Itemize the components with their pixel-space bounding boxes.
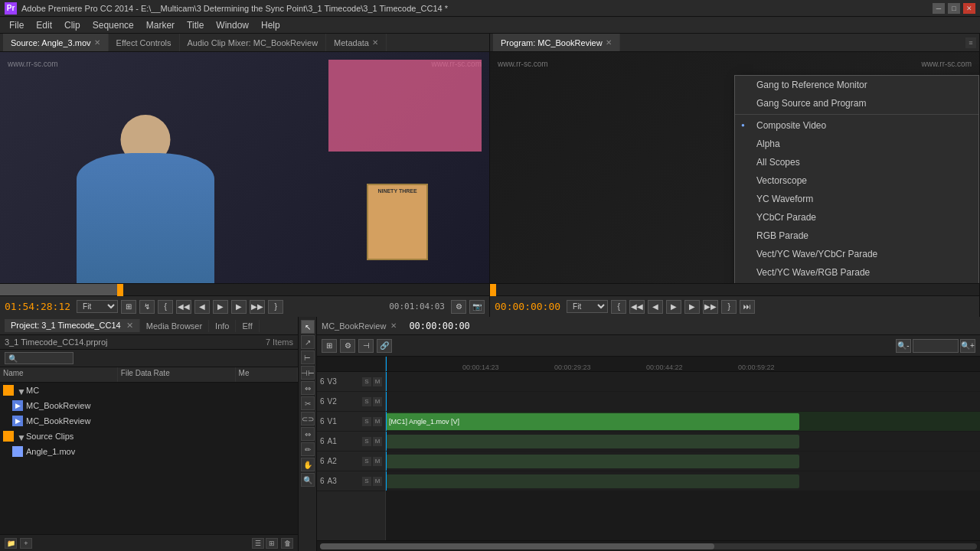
menu-edit[interactable]: Edit (30, 18, 58, 32)
ctx-vectorscope[interactable]: Vectorscope (735, 171, 978, 190)
source-fit-select[interactable]: Fit 25% 50% 100% (77, 300, 118, 313)
timeline-tab[interactable]: MC_BookReview (322, 321, 386, 331)
program-step-fwd[interactable]: ▶▶ (703, 300, 718, 314)
list-view-btn[interactable]: ☰ (252, 538, 264, 549)
maximize-button[interactable]: □ (948, 3, 960, 14)
close-source-tab[interactable]: ✕ (94, 38, 100, 47)
close-program-tab[interactable]: ✕ (606, 38, 612, 47)
source-overwrite-btn[interactable]: ⊞ (121, 300, 136, 314)
menu-clip[interactable]: Clip (58, 18, 87, 32)
tool-pen[interactable]: ✏ (301, 442, 315, 456)
program-step-back[interactable]: ◀◀ (629, 300, 645, 314)
tab-project[interactable]: Project: 3_1 Timecode_CC14 ✕ (5, 319, 140, 332)
tab-metadata[interactable]: Metadata ✕ (326, 34, 387, 51)
menu-title[interactable]: Title (181, 18, 210, 32)
program-mark-out[interactable]: } (721, 300, 737, 314)
minimize-button[interactable]: ─ (933, 3, 945, 14)
v1-sync-btn[interactable]: S (362, 417, 371, 426)
h-scrollbar-track[interactable] (320, 543, 977, 549)
expand-icon[interactable]: ▼ (17, 386, 24, 394)
tl-zoom-out[interactable]: 🔍- (896, 339, 911, 353)
source-play[interactable]: ▶ (213, 300, 228, 314)
ctx-vect-ycbcr[interactable]: Vect/YC Wave/YCbCr Parade (735, 245, 978, 263)
menu-file[interactable]: File (3, 18, 30, 32)
close-button[interactable]: ✕ (963, 3, 975, 14)
a3-sync-btn[interactable]: S (362, 477, 371, 486)
tool-selection[interactable]: ↖ (301, 320, 315, 334)
list-item[interactable]: Angle_1.mov (0, 444, 298, 459)
ctx-gang-reference[interactable]: Gang to Reference Monitor (735, 76, 978, 94)
tl-settings-btn[interactable]: ⚙ (340, 339, 355, 353)
close-project-tab[interactable]: ✕ (126, 321, 133, 330)
a2-sync-btn[interactable]: S (362, 457, 371, 466)
ctx-composite-video[interactable]: Composite Video (735, 116, 978, 135)
ctx-vect-rgb[interactable]: Vect/YC Wave/RGB Parade (735, 263, 978, 282)
tab-media-browser[interactable]: Media Browser (140, 320, 209, 332)
expand-source-icon[interactable]: ▼ (17, 432, 24, 440)
source-next-frame[interactable]: ▶ (231, 300, 247, 314)
list-item[interactable]: ▶ MC_BookReview (0, 398, 298, 413)
source-settings[interactable]: ⚙ (451, 300, 466, 314)
project-search-input[interactable] (5, 352, 74, 364)
a2-mute-btn[interactable]: M (373, 457, 382, 466)
menu-marker[interactable]: Marker (140, 18, 181, 32)
program-mark-in[interactable]: { (611, 300, 626, 314)
tab-program[interactable]: Program: MC_BookReview ✕ (493, 34, 620, 51)
v1-mute-btn[interactable]: M (373, 417, 382, 426)
audio-clip-a3[interactable] (386, 474, 799, 488)
program-prev-frame[interactable]: ◀ (648, 300, 663, 314)
ctx-yc-waveform[interactable]: YC Waveform (735, 190, 978, 208)
a1-mute-btn[interactable]: M (373, 437, 382, 446)
tab-source-angle[interactable]: Source: Angle_3.mov ✕ (3, 34, 109, 51)
audio-clip-a2[interactable] (386, 455, 799, 468)
program-scrubber-handle[interactable] (490, 284, 496, 296)
new-item-btn[interactable]: + (20, 538, 32, 549)
icon-view-btn[interactable]: ⊞ (266, 538, 278, 549)
tool-rolling-edit[interactable]: ⊣⊢ (301, 366, 315, 380)
v3-mute-btn[interactable]: M (373, 377, 382, 386)
tool-slide[interactable]: ⇔ (301, 427, 315, 441)
clip-angle1[interactable]: [MC1] Angle_1.mov [V] (386, 413, 799, 430)
menu-help[interactable]: Help (255, 18, 286, 32)
ctx-multi-camera[interactable]: Multi-Camera (735, 282, 978, 283)
list-item[interactable]: ▶ MC_BookReview (0, 413, 298, 429)
close-timeline-tab[interactable]: ✕ (390, 321, 397, 330)
tab-effect-controls[interactable]: Effect Controls (109, 34, 180, 51)
tool-razor[interactable]: ✂ (301, 396, 315, 410)
program-scrubber[interactable] (490, 283, 979, 295)
list-item[interactable]: ▼ Source Clips (0, 429, 298, 444)
panel-menu-btn[interactable]: ≡ (965, 37, 976, 48)
v2-sync-btn[interactable]: S (362, 397, 371, 406)
source-prev-frame[interactable]: ◀ (194, 300, 210, 314)
audio-clip-a1[interactable] (386, 435, 799, 448)
tab-audio-mixer[interactable]: Audio Clip Mixer: MC_BookReview (180, 34, 327, 51)
new-bin-btn[interactable]: 📁 (5, 538, 17, 549)
program-play[interactable]: ▶ (666, 300, 681, 314)
tl-zoom-slider[interactable] (913, 339, 959, 353)
v2-mute-btn[interactable]: M (373, 397, 382, 406)
ctx-ycbcr-parade[interactable]: YCbCr Parade (735, 208, 978, 227)
tab-effects[interactable]: Eff (236, 320, 259, 332)
tl-nest-btn[interactable]: ⊞ (322, 339, 337, 353)
program-fit-select[interactable]: Fit 25% 50% 100% (567, 300, 608, 313)
tl-snap-btn[interactable]: ⊣ (358, 339, 374, 353)
source-step-fwd[interactable]: ▶▶ (250, 300, 265, 314)
ctx-all-scopes[interactable]: All Scopes (735, 153, 978, 171)
h-scrollbar-thumb[interactable] (320, 543, 714, 549)
tool-ripple-edit[interactable]: ⊢ (301, 350, 315, 364)
ctx-alpha[interactable]: Alpha (735, 135, 978, 153)
source-mark-in[interactable]: { (158, 300, 173, 314)
timeline-scrollbar[interactable] (317, 540, 980, 551)
source-mark-out[interactable]: } (268, 300, 283, 314)
tool-rate-stretch[interactable]: ⇔ (301, 381, 315, 395)
ctx-rgb-parade[interactable]: RGB Parade (735, 227, 978, 245)
tool-slip[interactable]: ⊂⊃ (301, 412, 315, 425)
a3-mute-btn[interactable]: M (373, 477, 382, 486)
v3-sync-btn[interactable]: S (362, 377, 371, 386)
ctx-gang-source-program[interactable]: Gang Source and Program (735, 94, 978, 112)
source-camera[interactable]: 📷 (469, 300, 485, 314)
close-metadata-tab[interactable]: ✕ (372, 38, 378, 47)
menu-window[interactable]: Window (210, 18, 255, 32)
tl-linked-btn[interactable]: 🔗 (377, 339, 392, 353)
delete-btn[interactable]: 🗑 (281, 538, 293, 549)
